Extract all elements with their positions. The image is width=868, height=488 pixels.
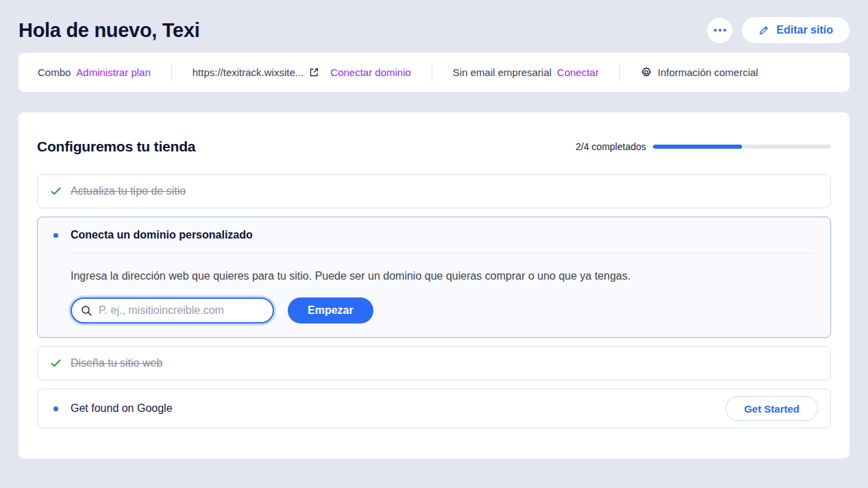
edit-site-label: Editar sitio — [776, 24, 833, 36]
search-icon — [81, 305, 92, 317]
more-actions-button[interactable] — [707, 18, 732, 43]
task-design-site[interactable]: Diseña tu sitio web — [37, 346, 831, 380]
get-started-button[interactable]: Get Started — [726, 396, 818, 421]
setup-title: Configuremos tu tienda — [37, 138, 195, 155]
progress-bar-fill — [653, 145, 742, 149]
site-url[interactable]: https://texitrack.wixsite... — [193, 66, 304, 78]
domain-input[interactable] — [99, 304, 264, 317]
setup-checklist-card: Configuremos tu tienda 2/4 completados A… — [18, 112, 850, 459]
task-connect-domain: Conecta un dominio personalizado Ingresa… — [37, 217, 831, 338]
business-info-label: Información comercial — [658, 66, 758, 78]
domain-search-field[interactable] — [71, 297, 274, 324]
checkmark-icon — [50, 359, 61, 367]
progress-bar-track — [653, 145, 831, 149]
plan-label: Combo — [38, 66, 71, 78]
task-label: Conecta un dominio personalizado — [71, 229, 253, 241]
task-get-found-google[interactable]: Get found on Google Get Started — [37, 389, 831, 428]
dashboard-page: Hola de nuevo, Texi Editar sitio Combo A… — [0, 0, 868, 459]
setup-card-header: Configuremos tu tienda 2/4 completados — [37, 138, 831, 155]
checkmark-icon — [50, 187, 61, 195]
manage-plan-link[interactable]: Administrar plan — [76, 66, 150, 78]
task-label: Diseña tu sitio web — [71, 357, 162, 369]
domain-controls: Empezar — [71, 297, 797, 324]
start-domain-button[interactable]: Empezar — [288, 297, 373, 324]
progress-label: 2/4 completados — [575, 141, 646, 152]
pending-dot-icon — [50, 406, 61, 411]
header-actions: Editar sitio — [707, 17, 850, 43]
divider — [432, 64, 432, 82]
edit-site-button[interactable]: Editar sitio — [742, 17, 850, 43]
external-link-icon[interactable] — [309, 67, 319, 77]
business-info-link[interactable]: Información comercial — [641, 66, 758, 78]
domain-segment: https://texitrack.wixsite... Conectar do… — [193, 66, 411, 78]
ellipsis-icon — [714, 29, 717, 32]
pencil-icon — [758, 25, 769, 36]
task-connect-domain-body: Ingresa la dirección web que quieres par… — [38, 254, 830, 337]
task-description: Ingresa la dirección web que quieres par… — [71, 270, 797, 282]
task-label: Actualiza tu tipo de sitio — [71, 185, 186, 197]
task-label: Get found on Google — [71, 402, 173, 415]
gear-icon — [641, 66, 652, 78]
task-update-site-type[interactable]: Actualiza tu tipo de sitio — [37, 174, 831, 208]
divider — [619, 64, 620, 82]
divider — [171, 64, 172, 82]
connect-domain-link[interactable]: Conectar dominio — [330, 66, 411, 78]
pending-dot-icon — [50, 233, 61, 238]
email-segment: Sin email empresarial Conectar — [453, 66, 599, 78]
plan-segment: Combo Administrar plan — [38, 66, 151, 78]
task-connect-domain-header[interactable]: Conecta un dominio personalizado — [38, 217, 830, 253]
email-status-label: Sin email empresarial — [453, 66, 551, 78]
setup-progress: 2/4 completados — [575, 141, 831, 152]
connect-email-link[interactable]: Conectar — [557, 66, 599, 78]
page-header: Hola de nuevo, Texi Editar sitio — [18, 0, 850, 45]
site-status-bar: Combo Administrar plan https://texitrack… — [18, 53, 850, 92]
page-title: Hola de nuevo, Texi — [18, 19, 200, 42]
